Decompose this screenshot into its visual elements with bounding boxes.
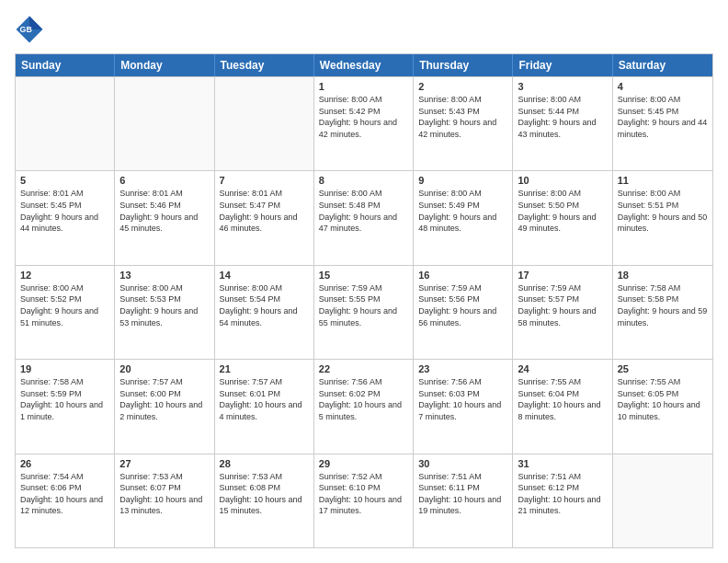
- day-cell-11: 11Sunrise: 8:00 AM Sunset: 5:51 PM Dayli…: [613, 171, 712, 264]
- day-cell-9: 9Sunrise: 8:00 AM Sunset: 5:49 PM Daylig…: [414, 171, 513, 264]
- day-info: Sunrise: 7:58 AM Sunset: 5:59 PM Dayligh…: [20, 376, 109, 422]
- day-number: 21: [220, 363, 309, 374]
- day-cell-28: 28Sunrise: 7:53 AM Sunset: 6:08 PM Dayli…: [215, 454, 314, 547]
- day-info: Sunrise: 7:53 AM Sunset: 6:07 PM Dayligh…: [119, 471, 209, 517]
- day-cell-23: 23Sunrise: 7:56 AM Sunset: 6:03 PM Dayli…: [414, 360, 513, 453]
- day-cell-19: 19Sunrise: 7:58 AM Sunset: 5:59 PM Dayli…: [16, 360, 115, 453]
- empty-cell: [613, 454, 712, 547]
- day-number: 31: [518, 458, 607, 469]
- day-info: Sunrise: 7:52 AM Sunset: 6:10 PM Dayligh…: [319, 471, 408, 517]
- day-number: 9: [418, 175, 507, 186]
- day-number: 12: [20, 270, 109, 281]
- page: GB SundayMondayTuesdayWednesdayThursdayF…: [0, 0, 728, 563]
- day-info: Sunrise: 7:56 AM Sunset: 6:03 PM Dayligh…: [418, 376, 507, 422]
- day-number: 11: [618, 175, 708, 186]
- week-row-5: 26Sunrise: 7:54 AM Sunset: 6:06 PM Dayli…: [16, 454, 712, 547]
- day-number: 15: [319, 270, 408, 281]
- day-cell-29: 29Sunrise: 7:52 AM Sunset: 6:10 PM Dayli…: [314, 454, 414, 547]
- day-info: Sunrise: 7:56 AM Sunset: 6:02 PM Dayligh…: [319, 376, 408, 422]
- day-info: Sunrise: 7:58 AM Sunset: 5:58 PM Dayligh…: [618, 282, 708, 328]
- day-cell-5: 5Sunrise: 8:01 AM Sunset: 5:45 PM Daylig…: [16, 171, 115, 264]
- day-number: 23: [418, 363, 507, 374]
- day-cell-14: 14Sunrise: 8:00 AM Sunset: 5:54 PM Dayli…: [215, 266, 314, 359]
- day-number: 18: [618, 270, 708, 281]
- day-cell-24: 24Sunrise: 7:55 AM Sunset: 6:04 PM Dayli…: [513, 360, 612, 453]
- day-cell-10: 10Sunrise: 8:00 AM Sunset: 5:50 PM Dayli…: [513, 171, 612, 264]
- day-header-monday: Monday: [115, 54, 214, 76]
- day-number: 5: [20, 175, 109, 186]
- day-info: Sunrise: 7:54 AM Sunset: 6:06 PM Dayligh…: [20, 471, 109, 517]
- day-number: 30: [418, 458, 507, 469]
- day-header-sunday: Sunday: [16, 54, 115, 76]
- day-header-wednesday: Wednesday: [314, 54, 414, 76]
- day-info: Sunrise: 7:55 AM Sunset: 6:04 PM Dayligh…: [518, 376, 607, 422]
- day-number: 13: [119, 270, 209, 281]
- day-number: 4: [618, 81, 708, 92]
- day-number: 7: [220, 175, 309, 186]
- day-cell-16: 16Sunrise: 7:59 AM Sunset: 5:56 PM Dayli…: [414, 266, 513, 359]
- day-header-friday: Friday: [513, 54, 612, 76]
- day-info: Sunrise: 7:51 AM Sunset: 6:12 PM Dayligh…: [518, 471, 607, 517]
- svg-text:GB: GB: [20, 25, 32, 34]
- day-cell-8: 8Sunrise: 8:00 AM Sunset: 5:48 PM Daylig…: [314, 171, 414, 264]
- day-cell-22: 22Sunrise: 7:56 AM Sunset: 6:02 PM Dayli…: [314, 360, 414, 453]
- day-info: Sunrise: 7:55 AM Sunset: 6:05 PM Dayligh…: [618, 376, 708, 422]
- day-number: 19: [20, 363, 109, 374]
- day-number: 16: [418, 270, 507, 281]
- day-cell-12: 12Sunrise: 8:00 AM Sunset: 5:52 PM Dayli…: [16, 266, 115, 359]
- day-number: 2: [418, 81, 507, 92]
- day-number: 17: [518, 270, 607, 281]
- day-info: Sunrise: 8:00 AM Sunset: 5:42 PM Dayligh…: [319, 94, 408, 140]
- day-header-saturday: Saturday: [613, 54, 712, 76]
- day-number: 6: [119, 175, 209, 186]
- week-row-3: 12Sunrise: 8:00 AM Sunset: 5:52 PM Dayli…: [16, 265, 712, 359]
- day-cell-15: 15Sunrise: 7:59 AM Sunset: 5:55 PM Dayli…: [314, 266, 414, 359]
- day-number: 27: [119, 458, 209, 469]
- day-number: 26: [20, 458, 109, 469]
- day-info: Sunrise: 8:00 AM Sunset: 5:52 PM Dayligh…: [20, 282, 109, 328]
- day-info: Sunrise: 8:01 AM Sunset: 5:45 PM Dayligh…: [20, 188, 109, 234]
- day-cell-27: 27Sunrise: 7:53 AM Sunset: 6:07 PM Dayli…: [115, 454, 214, 547]
- day-number: 8: [319, 175, 408, 186]
- day-number: 14: [220, 270, 309, 281]
- empty-cell: [115, 77, 214, 170]
- day-cell-13: 13Sunrise: 8:00 AM Sunset: 5:53 PM Dayli…: [115, 266, 214, 359]
- day-info: Sunrise: 8:01 AM Sunset: 5:46 PM Dayligh…: [119, 188, 209, 234]
- day-cell-2: 2Sunrise: 8:00 AM Sunset: 5:43 PM Daylig…: [414, 77, 513, 170]
- day-info: Sunrise: 7:59 AM Sunset: 5:57 PM Dayligh…: [518, 282, 607, 328]
- day-info: Sunrise: 8:00 AM Sunset: 5:44 PM Dayligh…: [518, 94, 607, 140]
- day-info: Sunrise: 7:51 AM Sunset: 6:11 PM Dayligh…: [418, 471, 507, 517]
- day-cell-31: 31Sunrise: 7:51 AM Sunset: 6:12 PM Dayli…: [513, 454, 612, 547]
- header: GB: [15, 15, 713, 44]
- day-cell-20: 20Sunrise: 7:57 AM Sunset: 6:00 PM Dayli…: [115, 360, 214, 453]
- day-cell-30: 30Sunrise: 7:51 AM Sunset: 6:11 PM Dayli…: [414, 454, 513, 547]
- day-number: 24: [518, 363, 607, 374]
- day-number: 1: [319, 81, 408, 92]
- day-header-thursday: Thursday: [414, 54, 513, 76]
- day-number: 20: [119, 363, 209, 374]
- day-cell-21: 21Sunrise: 7:57 AM Sunset: 6:01 PM Dayli…: [215, 360, 314, 453]
- day-cell-25: 25Sunrise: 7:55 AM Sunset: 6:05 PM Dayli…: [613, 360, 712, 453]
- day-cell-17: 17Sunrise: 7:59 AM Sunset: 5:57 PM Dayli…: [513, 266, 612, 359]
- day-info: Sunrise: 8:00 AM Sunset: 5:49 PM Dayligh…: [418, 188, 507, 234]
- day-number: 22: [319, 363, 408, 374]
- week-row-2: 5Sunrise: 8:01 AM Sunset: 5:45 PM Daylig…: [16, 170, 712, 264]
- logo: GB: [15, 15, 48, 44]
- calendar-header: SundayMondayTuesdayWednesdayThursdayFrid…: [16, 54, 712, 76]
- day-info: Sunrise: 8:01 AM Sunset: 5:47 PM Dayligh…: [220, 188, 309, 234]
- day-header-tuesday: Tuesday: [215, 54, 314, 76]
- day-cell-26: 26Sunrise: 7:54 AM Sunset: 6:06 PM Dayli…: [16, 454, 115, 547]
- day-info: Sunrise: 8:00 AM Sunset: 5:51 PM Dayligh…: [618, 188, 708, 234]
- calendar-body: 1Sunrise: 8:00 AM Sunset: 5:42 PM Daylig…: [16, 76, 712, 547]
- day-info: Sunrise: 8:00 AM Sunset: 5:50 PM Dayligh…: [518, 188, 607, 234]
- day-number: 3: [518, 81, 607, 92]
- day-number: 28: [220, 458, 309, 469]
- day-info: Sunrise: 7:59 AM Sunset: 5:56 PM Dayligh…: [418, 282, 507, 328]
- day-info: Sunrise: 8:00 AM Sunset: 5:54 PM Dayligh…: [220, 282, 309, 328]
- day-info: Sunrise: 8:00 AM Sunset: 5:45 PM Dayligh…: [618, 94, 708, 140]
- day-cell-3: 3Sunrise: 8:00 AM Sunset: 5:44 PM Daylig…: [513, 77, 612, 170]
- day-cell-1: 1Sunrise: 8:00 AM Sunset: 5:42 PM Daylig…: [314, 77, 414, 170]
- day-info: Sunrise: 8:00 AM Sunset: 5:43 PM Dayligh…: [418, 94, 507, 140]
- day-info: Sunrise: 8:00 AM Sunset: 5:53 PM Dayligh…: [119, 282, 209, 328]
- day-info: Sunrise: 7:57 AM Sunset: 6:01 PM Dayligh…: [220, 376, 309, 422]
